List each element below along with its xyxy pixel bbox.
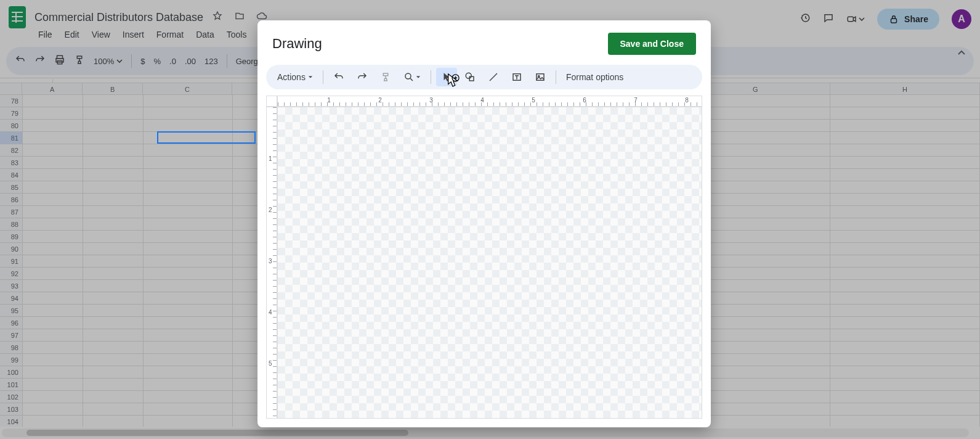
drawing-canvas[interactable]: [277, 107, 702, 419]
textbox-tool-button[interactable]: [506, 68, 527, 86]
svg-rect-8: [469, 76, 474, 81]
ruler-number: 3: [429, 97, 433, 104]
ruler-corner: [266, 96, 277, 107]
ruler-number: 8: [685, 97, 689, 104]
zoom-dropdown[interactable]: [399, 68, 426, 86]
dialog-title: Drawing: [272, 36, 322, 52]
shape-tool-button[interactable]: [460, 68, 480, 86]
svg-point-6: [405, 73, 411, 79]
line-icon: [488, 72, 499, 83]
image-tool-button[interactable]: [530, 68, 551, 86]
ruler-number: 4: [269, 309, 272, 316]
ruler-number: 7: [634, 97, 638, 104]
ruler-number: 5: [269, 360, 272, 367]
drawing-dialog: Drawing Save and Close Actions: [257, 20, 711, 427]
zoom-icon: [403, 72, 415, 83]
image-icon: [535, 72, 546, 83]
actions-dropdown[interactable]: Actions: [272, 68, 318, 86]
text-box-icon: [511, 72, 522, 83]
caret-down-icon: [416, 75, 421, 80]
format-options-button[interactable]: Format options: [561, 68, 628, 86]
shapes-icon: [464, 72, 476, 83]
save-and-close-button[interactable]: Save and Close: [608, 33, 697, 55]
ruler-number: 2: [378, 97, 382, 104]
ruler-number: 6: [583, 97, 586, 104]
horizontal-ruler: 12345678: [277, 96, 702, 107]
line-tool-button[interactable]: [483, 68, 504, 86]
ruler-number: 3: [269, 258, 272, 265]
ruler-number: 4: [480, 97, 484, 104]
paint-format-button[interactable]: [375, 68, 396, 86]
ruler-number: 1: [327, 97, 331, 104]
vertical-ruler: 12345: [266, 107, 277, 419]
drawing-toolbar: Actions: [266, 65, 702, 89]
svg-rect-10: [537, 74, 544, 81]
caret-down-icon: [308, 75, 313, 80]
ruler-number: 1: [269, 155, 272, 162]
ruler-number: 2: [269, 207, 272, 213]
undo-button[interactable]: [328, 68, 349, 86]
select-tool-button[interactable]: [436, 68, 457, 86]
drawing-canvas-area: 12345678 12345: [266, 96, 702, 419]
svg-point-7: [466, 73, 471, 78]
ruler-number: 5: [532, 97, 535, 104]
redo-button[interactable]: [352, 68, 373, 86]
